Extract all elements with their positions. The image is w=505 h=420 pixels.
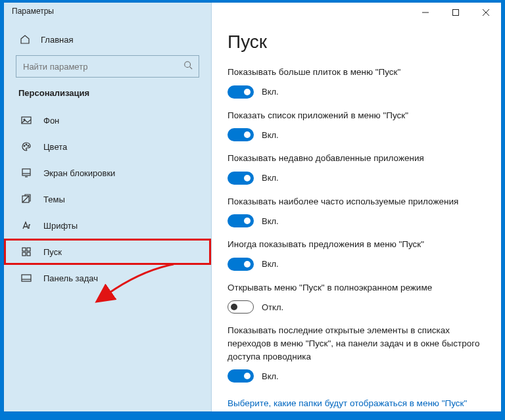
svg-point-3 [24,145,25,147]
toggle-state-label: Вкл. [262,130,279,140]
toggle-row: Вкл. [228,214,485,227]
sidebar-item-label: Экран блокировки [43,168,115,178]
page-title: Пуск [228,32,485,53]
setting-item: Показать список приложений в меню "Пуск"… [228,109,485,142]
sidebar-item-label: Темы [43,195,65,204]
toggle-switch[interactable] [228,369,254,383]
svg-rect-12 [22,275,31,281]
content-pane: Пуск Показывать больше плиток в меню "Пу… [212,3,501,411]
setting-label: Показывать больше плиток в меню "Пуск" [228,66,485,79]
setting-label: Показывать наиболее часто используемые п… [228,195,485,208]
setting-label: Показывать последние открытые элементы в… [228,324,485,363]
toggle-state-label: Вкл. [262,87,279,97]
close-button[interactable] [471,3,501,22]
taskbar-icon [21,273,32,283]
sidebar-item-label: Фон [43,116,59,126]
toggle-state-label: Вкл. [262,259,279,269]
svg-rect-13 [453,10,459,16]
picture-icon [21,115,32,126]
palette-icon [21,141,32,152]
svg-point-5 [28,145,29,147]
setting-label: Иногда показывать предложения в меню "Пу… [228,238,485,251]
sidebar-item-start[interactable]: Пуск [4,239,211,265]
toggle-state-label: Откл. [262,302,283,312]
sidebar-item-background[interactable]: Фон [4,107,211,133]
sidebar-item-lockscreen[interactable]: Экран блокировки [4,160,211,186]
toggle-state-label: Вкл. [262,371,279,381]
setting-label: Показывать недавно добавленные приложени… [228,152,485,165]
themes-icon [21,194,32,204]
choose-folders-link[interactable]: Выберите, какие папки будут отображаться… [228,398,467,408]
settings-window: Параметры Главная [4,3,501,411]
svg-rect-10 [22,252,26,256]
svg-rect-9 [27,248,30,251]
toggle-row: Вкл. [228,258,485,271]
toggle-switch[interactable] [228,258,254,271]
svg-point-4 [26,144,27,145]
lockscreen-icon [21,168,32,178]
sidebar-item-fonts[interactable]: Шрифты [4,212,211,239]
setting-item: Иногда показывать предложения в меню "Пу… [228,238,485,271]
setting-item: Показывать недавно добавленные приложени… [228,152,485,185]
sidebar-item-taskbar[interactable]: Панель задач [4,265,211,291]
home-icon [20,34,30,45]
maximize-button[interactable] [441,3,471,22]
minimize-button[interactable] [410,3,441,22]
window-controls [410,3,501,22]
window-title: Параметры [4,3,211,24]
sidebar: Параметры Главная [4,3,212,411]
toggle-switch[interactable] [228,128,254,141]
home-label: Главная [41,35,73,45]
toggle-switch[interactable] [228,172,254,185]
fonts-icon [21,220,32,231]
toggle-state-label: Вкл. [262,173,279,183]
sidebar-item-label: Пуск [43,247,62,257]
nav-list: Фон Цвета [4,107,211,291]
toggle-row: Откл. [228,300,485,314]
toggle-row: Вкл. [228,172,485,185]
sidebar-item-themes[interactable]: Темы [4,186,211,212]
toggle-row: Вкл. [228,85,485,99]
sidebar-item-colors[interactable]: Цвета [4,133,211,160]
svg-rect-8 [22,248,26,251]
toggle-state-label: Вкл. [262,216,279,226]
setting-item: Открывать меню "Пуск" в полноэкранном ре… [228,281,485,314]
sidebar-item-label: Шрифты [43,221,78,231]
svg-rect-6 [22,169,30,175]
toggle-switch[interactable] [228,85,254,99]
setting-label: Открывать меню "Пуск" в полноэкранном ре… [228,281,485,294]
search-input[interactable] [16,55,199,78]
settings-list: Показывать больше плиток в меню "Пуск"Вк… [228,66,485,383]
setting-item: Показывать больше плиток в меню "Пуск"Вк… [228,66,485,99]
setting-item: Показывать наиболее часто используемые п… [228,195,485,228]
category-header: Персонализация [4,88,211,107]
toggle-row: Вкл. [228,369,485,383]
toggle-switch[interactable] [228,300,254,314]
setting-label: Показать список приложений в меню "Пуск" [228,109,485,122]
setting-item: Показывать последние открытые элементы в… [228,324,485,383]
home-nav[interactable]: Главная [4,24,211,55]
sidebar-item-label: Панель задач [43,273,98,283]
svg-rect-11 [27,252,30,256]
search-icon [183,60,193,72]
start-icon [21,246,32,257]
toggle-row: Вкл. [228,128,485,141]
toggle-switch[interactable] [228,214,254,227]
svg-point-0 [185,62,191,68]
sidebar-item-label: Цвета [43,142,67,152]
